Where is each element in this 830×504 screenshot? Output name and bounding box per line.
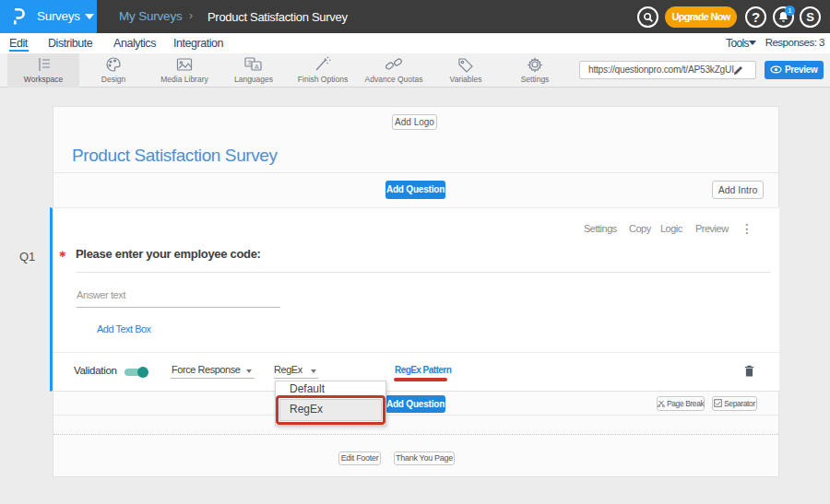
svg-text:文: 文 bbox=[247, 59, 253, 65]
svg-text:A: A bbox=[255, 64, 259, 70]
